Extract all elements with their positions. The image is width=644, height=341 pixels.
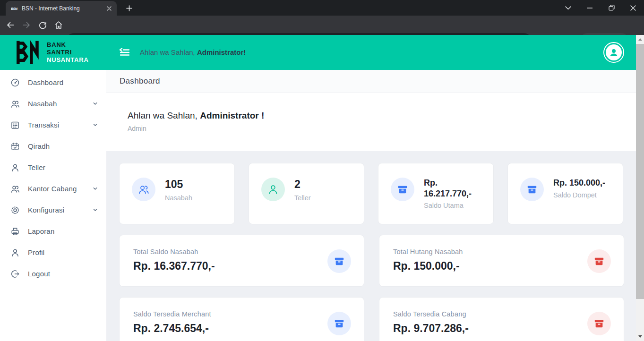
stat-label: Saldo Dompet [553, 191, 605, 199]
stat-value: Rp. 16.217.770,- [424, 178, 485, 199]
sidebar-item-label: Teller [28, 163, 98, 171]
summary-card-saldo-tersedia-cabang: Saldo Tersedia Cabang Rp. 9.707.286,- [379, 297, 624, 341]
window-minimize-button[interactable] [579, 0, 601, 16]
sidebar-item-label: Konfigurasi [28, 206, 93, 214]
sidebar-item-kantor-cabang[interactable]: Kantor Cabang [0, 178, 106, 199]
chevron-down-icon [93, 207, 98, 213]
sidebar-item-label: Logout [28, 270, 98, 278]
chevron-down-icon [93, 101, 98, 106]
archive-box-icon [327, 249, 351, 273]
bsn-logo: BANK SANTRI NUSANTARA [13, 39, 89, 66]
stat-value: 2 [294, 178, 311, 191]
bsn-favicon-icon: BSN [10, 5, 18, 12]
welcome-name: Administrator ! [200, 111, 264, 120]
sidebar-item-label: Profil [28, 248, 98, 256]
browser-tab-strip: BSN BSN - Internet Banking [0, 0, 644, 16]
summary-card-total-hutang-nasabah: Total Hutang Nasabah Rp. 150.000,- [379, 235, 624, 287]
sidebar-item-konfigurasi[interactable]: Konfigurasi [0, 199, 106, 221]
summary-card-saldo-tersedia-merchant: Saldo Tersedia Merchant Rp. 2.745.654,- [119, 297, 364, 341]
stat-value: 105 [165, 178, 192, 191]
browser-toolbar: ib.bsn.co.id Incognito [0, 16, 644, 35]
stat-card-teller: 2 Teller [249, 163, 364, 224]
avatar-person-icon [606, 44, 622, 60]
user-avatar[interactable] [603, 42, 624, 63]
sidebar-item-profil[interactable]: Profil [0, 242, 106, 263]
sidebar-item-teller[interactable]: Teller [0, 157, 106, 178]
welcome-card: Ahlan wa Sahlan, Administrator ! Admin [106, 93, 636, 151]
chevron-down-icon [93, 186, 98, 191]
archive-box-icon [520, 178, 544, 201]
archive-box-icon [391, 178, 414, 201]
stat-card-nasabah: 105 Nasabah [119, 163, 235, 224]
stat-card-saldo-utama: Rp. 16.217.770,- Saldo Utama [378, 163, 494, 224]
sidebar-item-transaksi[interactable]: Transaksi [0, 114, 106, 136]
archive-box-icon [327, 312, 351, 335]
person-icon [261, 178, 285, 201]
users-icon [10, 184, 20, 194]
sidebar-item-laporan[interactable]: Laporan [0, 221, 106, 242]
sidebar-item-label: Kantor Cabang [28, 185, 93, 193]
chevron-down-icon [93, 122, 98, 128]
sidebar-item-label: Qiradh [28, 142, 98, 150]
gear-icon [10, 205, 20, 215]
welcome-subtitle: Admin [128, 125, 636, 132]
dashboard-cards: 105 Nasabah 2 Teller Rp. 16.217.770,- Sa… [119, 163, 624, 341]
stat-label: Teller [294, 194, 311, 202]
reload-button[interactable] [36, 18, 49, 32]
header-greeting-name: Administrator! [197, 48, 246, 56]
welcome-title: Ahlan wa Sahlan, Administrator ! [128, 111, 636, 121]
transactions-icon [10, 120, 20, 130]
calendar-check-icon [10, 142, 20, 151]
scrollbar-thumb[interactable] [636, 44, 644, 299]
archive-box-icon [587, 312, 611, 335]
page-title: Dashboard [106, 70, 636, 93]
sidebar-item-label: Dashboard [28, 78, 98, 86]
tab-search-chevron-icon[interactable] [557, 0, 579, 16]
stat-card-saldo-dompet: Rp. 150.000,- Saldo Dompet [507, 163, 623, 224]
sidebar-item-label: Transaksi [28, 121, 93, 129]
sidebar-item-dashboard[interactable]: Dashboard [0, 72, 106, 93]
window-close-button[interactable] [622, 0, 644, 16]
sidebar-item-label: Laporan [28, 227, 98, 235]
bsn-logo-mark-icon [13, 39, 41, 66]
gauge-icon [10, 78, 20, 87]
tab-title: BSN - Internet Banking [22, 5, 102, 12]
window-restore-button[interactable] [601, 0, 622, 16]
home-button[interactable] [52, 18, 65, 32]
archive-box-icon [587, 249, 611, 273]
page-scrollbar[interactable] [636, 35, 644, 341]
app-header: BANK SANTRI NUSANTARA Ahlan wa Sahlan, A… [0, 35, 636, 70]
sidebar-item-logout[interactable]: Logout [0, 263, 106, 284]
users-icon [10, 99, 20, 109]
scrollbar-down-icon[interactable] [636, 332, 644, 341]
logo-line-santri: SANTRI [47, 49, 89, 56]
back-button[interactable] [4, 18, 17, 32]
sidebar-nav: Dashboard Nasabah Transaksi Qiradh Telle… [0, 70, 106, 341]
person-icon [10, 248, 20, 257]
stat-value: Rp. 150.000,- [553, 178, 605, 188]
forward-button[interactable] [20, 18, 33, 32]
summary-card-total-saldo-nasabah: Total Saldo Nasabah Rp. 16.367.770,- [119, 235, 364, 287]
scrollbar-up-icon[interactable] [636, 35, 644, 43]
sidebar-item-label: Nasabah [28, 100, 93, 108]
users-icon [132, 178, 155, 201]
logo-line-nusantara: NUSANTARA [47, 56, 89, 64]
tab-close-icon[interactable] [105, 5, 113, 12]
browser-tab[interactable]: BSN BSN - Internet Banking [6, 1, 117, 16]
logo-line-bank: BANK [47, 41, 89, 49]
new-tab-button[interactable] [124, 3, 134, 13]
stat-label: Nasabah [165, 194, 192, 202]
printer-icon [10, 227, 20, 236]
sidebar-collapse-icon[interactable] [118, 47, 130, 58]
logout-icon [10, 269, 20, 279]
sidebar-item-qiradh[interactable]: Qiradh [0, 136, 106, 157]
stat-label: Saldo Utama [424, 202, 485, 209]
person-icon [10, 163, 20, 172]
header-greeting: Ahlan wa Sahlan, Administrator! [140, 48, 246, 56]
sidebar-item-nasabah[interactable]: Nasabah [0, 93, 106, 114]
